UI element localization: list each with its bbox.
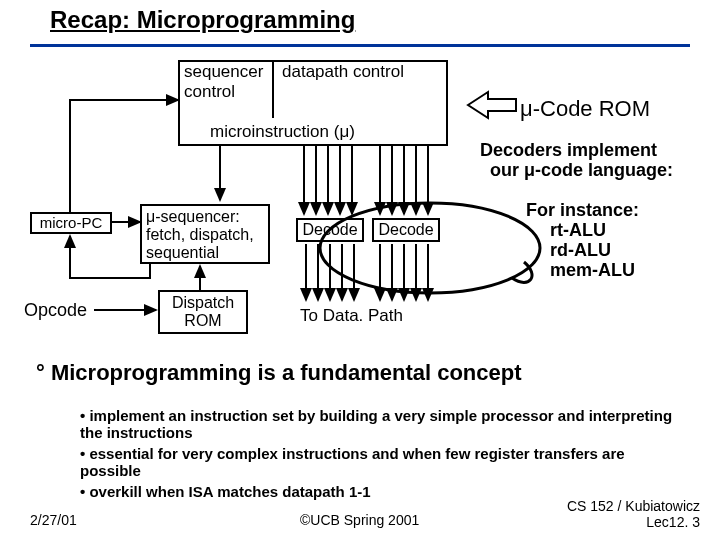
microinstruction-label: microinstruction (μ) [210,122,355,142]
datapath-control-label: datapath control [282,62,404,82]
footer-right1: CS 152 / Kubiatowicz [567,498,700,514]
fi1: rt-ALU [550,220,606,241]
useq-l1: μ-sequencer: [146,208,264,226]
decode-box-1: Decode [296,218,364,242]
useq-l3: sequential [146,244,264,262]
mu-sequencer-box: μ-sequencer: fetch, dispatch, sequential [140,204,270,264]
microinstruction-divider [272,60,274,118]
footer-center: ©UCB Spring 2001 [300,512,419,528]
decode-box-2: Decode [372,218,440,242]
opcode-label: Opcode [24,300,87,321]
footer-right2: Lec12. 3 [646,514,700,530]
useq-l2: fetch, dispatch, [146,226,264,244]
dispatch-l2: ROM [164,312,242,330]
for-instance: For instance: [526,200,639,221]
bullet-1: • implement an instruction set by buildi… [80,407,680,441]
fi2: rd-ALU [550,240,611,261]
concept-heading: ° Microprogramming is a fundamental conc… [36,360,522,386]
micro-pc-box: micro-PC [30,212,112,234]
decoders-text-1: Decoders implement [480,140,657,161]
bullet-2: • essential for very complex instruction… [80,445,680,479]
dispatch-l1: Dispatch [164,294,242,312]
slide-title: Recap: Microprogramming [50,6,355,34]
fi3: mem-ALU [550,260,635,281]
bullet-list: • implement an instruction set by buildi… [80,403,680,504]
dispatch-rom-box: Dispatch ROM [158,290,248,334]
title-underline [30,44,690,47]
svg-point-24 [320,203,540,293]
sequencer-control-label: sequencer control [184,62,270,102]
to-datapath-label: To Data. Path [300,306,403,326]
code-rom-label: μ-Code ROM [520,96,650,122]
footer-date: 2/27/01 [30,512,77,528]
decoders-text-2: our μ-code language: [490,160,673,181]
